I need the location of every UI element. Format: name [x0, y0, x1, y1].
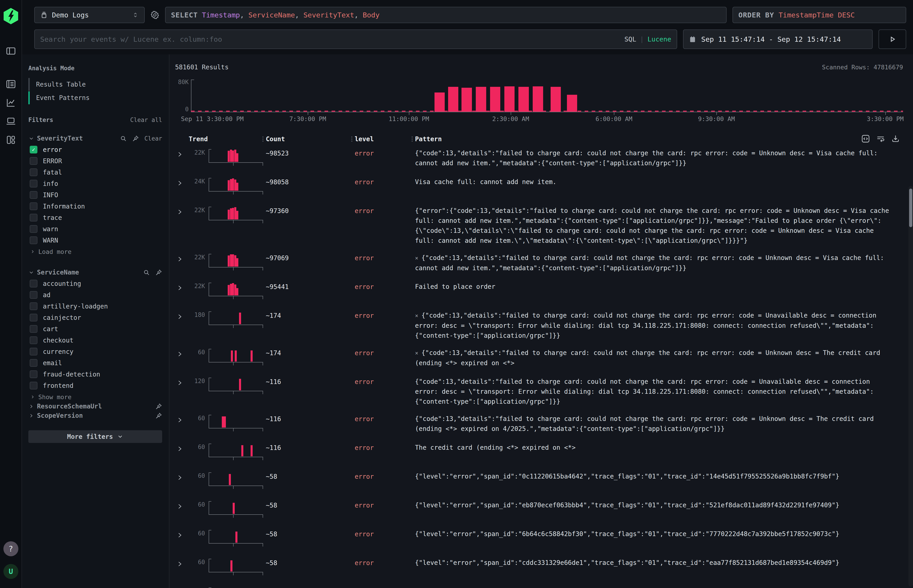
- mode-lucene[interactable]: Lucene: [648, 36, 671, 43]
- checkbox[interactable]: [30, 302, 37, 310]
- source-select[interactable]: Demo Logs: [34, 7, 145, 23]
- table-row[interactable]: 60~58error{"level":"error","span_id":"eb…: [175, 496, 903, 525]
- avatar[interactable]: U: [3, 564, 18, 579]
- table-row[interactable]: 60~174error×{"code":13,"details":"failed…: [175, 344, 903, 373]
- search-icon[interactable]: [120, 135, 127, 142]
- filter-option-error[interactable]: ✓error: [28, 144, 162, 155]
- results-histogram[interactable]: 80K 0 Sep 11 3:30:00 PM7:30:00 PM11:00:0…: [175, 79, 903, 125]
- chevron-right-icon[interactable]: [176, 446, 183, 452]
- filter-option-checkout[interactable]: checkout: [28, 334, 162, 346]
- mode-sql[interactable]: SQL: [624, 36, 636, 43]
- scrollbar-thumb[interactable]: [909, 189, 912, 227]
- table-row[interactable]: 60~58error{"level":"error","span_id":"0c…: [175, 467, 903, 496]
- filter-option-frontend[interactable]: frontend: [28, 380, 162, 391]
- search-icon[interactable]: [143, 269, 150, 276]
- checkbox[interactable]: [30, 180, 37, 187]
- checkbox[interactable]: [30, 236, 37, 244]
- time-range-picker[interactable]: Sep 11 15:47:14 - Sep 12 15:47:14: [683, 29, 873, 49]
- sessions-icon[interactable]: [5, 115, 17, 127]
- chevron-right-icon[interactable]: [176, 180, 183, 187]
- chevron-right-icon[interactable]: [176, 532, 183, 539]
- filter-option-info[interactable]: info: [28, 178, 162, 189]
- analysis-mode-option[interactable]: Results Table: [28, 78, 162, 91]
- table-row[interactable]: 180~174error×{"code":13,"details":"faile…: [175, 307, 903, 344]
- chevron-right-icon[interactable]: [176, 417, 183, 423]
- chevron-right-icon[interactable]: [176, 256, 183, 262]
- pin-icon[interactable]: [132, 135, 139, 142]
- filter-option-cainjector[interactable]: cainjector: [28, 312, 162, 323]
- checkbox[interactable]: [30, 348, 37, 355]
- analysis-mode-option[interactable]: Event Patterns: [28, 91, 162, 104]
- checkbox[interactable]: [30, 202, 37, 210]
- pin-icon[interactable]: [155, 412, 162, 419]
- checkbox[interactable]: [30, 225, 37, 233]
- chevron-right-icon[interactable]: [176, 351, 183, 357]
- table-row[interactable]: 22K~97360error{"error":{"code":13,"detai…: [175, 202, 903, 249]
- filter-option-warn[interactable]: warn: [28, 223, 162, 234]
- checkbox[interactable]: [30, 280, 37, 288]
- filter-section-header-resourceschemaurl[interactable]: ResourceSchemaUrl: [28, 402, 162, 410]
- filter-option-warn[interactable]: WARN: [28, 234, 162, 246]
- wrap-lines-icon[interactable]: [876, 134, 885, 143]
- exclude-x-icon[interactable]: ×: [415, 350, 418, 356]
- table-row[interactable]: 22K~97069error×{"code":13,"details":"fai…: [175, 249, 903, 278]
- table-row[interactable]: 24K~98058errorVisa cache full: cannot ad…: [175, 173, 903, 202]
- checkbox[interactable]: [30, 191, 37, 199]
- filter-option-info[interactable]: INFO: [28, 189, 162, 200]
- filter-option-currency[interactable]: currency: [28, 346, 162, 357]
- exclude-x-icon[interactable]: ×: [415, 255, 418, 262]
- load-more-link[interactable]: Show more: [28, 391, 162, 402]
- chevron-right-icon[interactable]: [176, 503, 183, 510]
- dashboards-icon[interactable]: [5, 134, 17, 146]
- checkbox[interactable]: [30, 359, 37, 367]
- filter-option-fraud-detection[interactable]: fraud-detection: [28, 368, 162, 380]
- table-row[interactable]: 120~116error{"code":13,"details":"failed…: [175, 373, 903, 410]
- table-row[interactable]: 60~58error{"level":"error","span_id":"cd…: [175, 554, 903, 583]
- checkbox[interactable]: [30, 382, 37, 389]
- filter-option-error[interactable]: ERROR: [28, 155, 162, 166]
- collapse-sidebar-icon[interactable]: [5, 45, 17, 57]
- table-row[interactable]: 60~116errorThe credit card (ending <*> e…: [175, 439, 903, 467]
- filter-section-header-servicename[interactable]: ServiceName: [28, 269, 162, 276]
- checkbox[interactable]: [30, 336, 37, 344]
- download-icon[interactable]: [891, 134, 900, 143]
- drag-handle-icon[interactable]: ⋮: [349, 135, 355, 142]
- filter-option-cart[interactable]: cart: [28, 323, 162, 334]
- more-filters-button[interactable]: More filters: [28, 430, 162, 443]
- chevron-right-icon[interactable]: [176, 284, 183, 291]
- filter-option-email[interactable]: email: [28, 357, 162, 368]
- filter-option-trace[interactable]: trace: [28, 212, 162, 223]
- search-input[interactable]: Search your events w/ Lucene ex. column:…: [34, 29, 677, 49]
- filter-option-artillery-loadgen[interactable]: artillery-loadgen: [28, 300, 162, 312]
- gear-icon[interactable]: [150, 7, 160, 23]
- filter-section-header-scopeversion[interactable]: ScopeVersion: [28, 412, 162, 419]
- chart-explorer-icon[interactable]: [5, 97, 17, 108]
- exclude-x-icon[interactable]: ×: [415, 313, 418, 319]
- checkbox[interactable]: [30, 168, 37, 176]
- order-by-input[interactable]: ORDER BY TimestampTime DESC: [732, 7, 906, 23]
- checkbox[interactable]: [30, 157, 37, 165]
- table-row[interactable]: 22K~95441errorFailed to place order: [175, 278, 903, 307]
- checkbox[interactable]: [30, 214, 37, 221]
- filter-option-fatal[interactable]: fatal: [28, 166, 162, 178]
- search-logs-icon[interactable]: [5, 78, 17, 90]
- clear-all-filters[interactable]: Clear all: [130, 116, 162, 123]
- filter-option-information[interactable]: Information: [28, 200, 162, 212]
- drag-handle-icon[interactable]: ⋮: [409, 135, 415, 142]
- filter-option-accounting[interactable]: accounting: [28, 278, 162, 289]
- filter-option-ad[interactable]: ad: [28, 289, 162, 300]
- checkbox[interactable]: [30, 370, 37, 378]
- run-query-button[interactable]: [879, 29, 906, 49]
- chevron-right-icon[interactable]: [176, 474, 183, 481]
- chevron-right-icon[interactable]: [176, 380, 183, 386]
- clear-filter-link[interactable]: Clear: [144, 135, 162, 142]
- chevron-right-icon[interactable]: [176, 208, 183, 215]
- filter-section-header-severitytext[interactable]: SeverityTextClear: [28, 135, 162, 142]
- checkbox[interactable]: ✓: [30, 146, 37, 153]
- app-logo[interactable]: [3, 8, 19, 24]
- load-more-link[interactable]: Load more: [28, 246, 162, 257]
- help-button[interactable]: ?: [3, 541, 18, 556]
- checkbox[interactable]: [30, 325, 37, 333]
- pin-icon[interactable]: [155, 269, 162, 276]
- table-row[interactable]: 60~116error{"code":13,"details":"failed …: [175, 410, 903, 439]
